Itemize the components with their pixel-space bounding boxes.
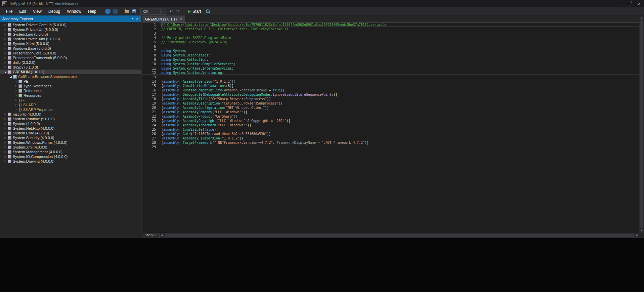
- expand-arrow-icon[interactable]: ▷: [3, 56, 7, 59]
- tab-close-icon[interactable]: ×: [180, 17, 182, 21]
- expand-arrow-icon[interactable]: ▷: [3, 66, 7, 69]
- tree-item[interactable]: ▷PresentationFramework (5.0.0.0): [0, 55, 141, 60]
- tree-item[interactable]: ▷PresentationCore (5.0.0.0): [0, 51, 141, 55]
- expand-arrow-icon[interactable]: ▷: [14, 103, 18, 106]
- tree-item[interactable]: ▷WindowsBase (5.0.0.0): [0, 46, 141, 51]
- tree-item[interactable]: ▷System.Xaml (5.0.0.0): [0, 41, 141, 46]
- tree-item[interactable]: ▷System.Windows.Forms (4.0.0.0): [0, 140, 141, 145]
- code-line[interactable]: 10using System.Runtime.CompilerServices;: [142, 62, 639, 66]
- code-line[interactable]: 18[assembly: AssemblyTitle("CefSharp.Bro…: [142, 97, 639, 101]
- expand-arrow-icon[interactable]: ▷: [14, 89, 18, 92]
- tree-item[interactable]: ▷Resources: [0, 93, 141, 98]
- line-number[interactable]: 26: [142, 132, 161, 136]
- line-number[interactable]: 27: [142, 136, 161, 140]
- code-line[interactable]: 19[assembly: AssemblyDescription("CefSha…: [142, 101, 639, 106]
- tree-item[interactable]: ▷Type References: [0, 84, 141, 88]
- expand-arrow-icon[interactable]: ▷: [3, 160, 7, 163]
- navigate-back-button[interactable]: ←: [105, 9, 111, 14]
- expand-arrow-icon[interactable]: ▷: [3, 151, 7, 153]
- tree-item[interactable]: ▷System.Private.Uri (5.0.0.0): [0, 27, 141, 32]
- tree-item[interactable]: ▷{}SHARP: [0, 102, 141, 107]
- code-line[interactable]: 12using System.Runtime.Versioning;: [142, 71, 639, 75]
- line-number[interactable]: 12: [142, 71, 161, 75]
- tree-item[interactable]: ▷System.Runtime (5.0.0.0): [0, 117, 141, 121]
- expand-arrow-icon[interactable]: ▷: [3, 118, 7, 120]
- expand-arrow-icon[interactable]: ▷: [3, 146, 7, 149]
- menu-item-help[interactable]: Help: [85, 9, 100, 14]
- code-line[interactable]: 8using System.Diagnostics;: [142, 53, 639, 57]
- line-number[interactable]: 2: [142, 27, 161, 31]
- tree-item[interactable]: ▷mscorlib (4.0.0.0): [0, 112, 141, 117]
- scroll-right-icon[interactable]: ▶: [635, 233, 639, 238]
- expand-arrow-icon[interactable]: ▷: [14, 108, 18, 111]
- language-combo[interactable]: C# ▾: [140, 8, 166, 15]
- expand-arrow-icon[interactable]: ▷: [3, 61, 7, 64]
- expand-arrow-icon[interactable]: ▷: [14, 80, 18, 83]
- line-number[interactable]: 10: [142, 62, 161, 66]
- code-line[interactable]: 22[assembly: AssemblyProduct("CefSharp")…: [142, 114, 639, 119]
- menu-item-file[interactable]: File: [3, 9, 16, 14]
- code-line[interactable]: 20[assembly: AssemblyConfiguration("NET …: [142, 106, 639, 110]
- pane-close-icon[interactable]: ×: [136, 17, 138, 21]
- line-number[interactable]: 16: [142, 88, 161, 92]
- tree-item[interactable]: ▷dnlib (3.3.2.0): [0, 60, 141, 65]
- navigate-forward-button[interactable]: →: [113, 9, 118, 14]
- code-line[interactable]: 13: [142, 75, 639, 79]
- save-all-button[interactable]: [131, 8, 138, 15]
- line-number[interactable]: 4: [142, 36, 161, 40]
- code-line[interactable]: 11using System.Runtime.InteropServices;: [142, 66, 639, 71]
- code-line[interactable]: 5// Timestamp: <Unknown> (867A1670): [142, 40, 639, 44]
- line-number[interactable]: 20: [142, 106, 161, 110]
- tree-item[interactable]: ▷System.IO.Compression (4.0.0.0): [0, 154, 141, 159]
- code-line[interactable]: 1// C:\Users\Administrator\Desktop\Sandb…: [142, 23, 639, 27]
- search-button[interactable]: [204, 8, 211, 15]
- tree-item[interactable]: ▷System.Linq (5.0.0.0): [0, 32, 141, 37]
- code-line[interactable]: 9using System.Reflection;: [142, 57, 639, 62]
- code-line[interactable]: 23[assembly: AssemblyCopyright("LLC 'Win…: [142, 119, 639, 123]
- line-number[interactable]: 18: [142, 97, 161, 101]
- line-number[interactable]: 3: [142, 31, 161, 36]
- assembly-tree[interactable]: ▷System.Private.CoreLib (5.0.0.0)▷System…: [0, 22, 141, 164]
- code-line[interactable]: 28[assembly: TargetFramework(".NETFramew…: [142, 140, 639, 145]
- scroll-down-icon[interactable]: ▼: [639, 228, 644, 233]
- expand-arrow-icon[interactable]: ▷: [3, 132, 7, 134]
- tree-item[interactable]: ▷System.Core (4.0.0.0): [0, 131, 141, 135]
- code-line[interactable]: 6: [142, 44, 639, 49]
- tree-item[interactable]: ▷System.Private.Xml (5.0.0.0): [0, 37, 141, 41]
- line-number[interactable]: 13: [142, 75, 161, 79]
- expand-arrow-icon[interactable]: ▷: [14, 99, 18, 101]
- tree-item[interactable]: ▷System.Private.CoreLib (5.0.0.0): [0, 23, 141, 27]
- zoom-combo[interactable]: 100 % ▾: [142, 233, 160, 238]
- tree-item[interactable]: ▷System.Drawing (4.0.0.0): [0, 159, 141, 164]
- undo-button[interactable]: ↶: [168, 9, 175, 14]
- line-number[interactable]: 28: [142, 140, 161, 145]
- tab-gremlin[interactable]: GREMLIN (1.0.1.1) ×: [142, 15, 185, 23]
- assembly-explorer-header[interactable]: Assembly Explorer ▾ ×: [0, 15, 141, 22]
- scroll-up-icon[interactable]: ▲: [639, 15, 644, 20]
- code-line[interactable]: 4// Entry point: SHARP.Program.<Main>: [142, 36, 639, 40]
- line-number[interactable]: 22: [142, 114, 161, 119]
- tree-item[interactable]: ▷dnSpy (6.1.8.0): [0, 65, 141, 70]
- expand-arrow-icon[interactable]: ▷: [3, 24, 7, 26]
- code-line[interactable]: 15[assembly: CompilationRelaxations(8)]: [142, 84, 639, 88]
- horizontal-scrollbar[interactable]: ◀ ▶: [160, 233, 639, 238]
- expand-arrow-icon[interactable]: ▷: [3, 38, 7, 40]
- expand-arrow-icon[interactable]: ▷: [3, 52, 7, 54]
- code-line[interactable]: 3: [142, 31, 639, 36]
- code-line[interactable]: 25[assembly: ComVisible(false)]: [142, 127, 639, 132]
- expand-arrow-icon[interactable]: ▷: [3, 47, 7, 50]
- code-line[interactable]: 27[assembly: AssemblyFileVersion("1.0.1.…: [142, 136, 639, 140]
- code-editor[interactable]: 1// C:\Users\Administrator\Desktop\Sandb…: [142, 23, 639, 233]
- tree-item[interactable]: ▷System.Xml (4.0.0.0): [0, 145, 141, 150]
- redo-button[interactable]: ↷: [174, 9, 181, 14]
- code-line[interactable]: 16[assembly: RuntimeCompatibility(WrapNo…: [142, 88, 639, 92]
- line-number[interactable]: 6: [142, 44, 161, 49]
- menu-item-edit[interactable]: Edit: [16, 9, 30, 14]
- expand-arrow-icon[interactable]: ▷: [3, 42, 7, 45]
- line-number[interactable]: 1: [142, 23, 161, 27]
- horizontal-scroll-thumb[interactable]: [165, 234, 634, 237]
- expand-arrow-icon[interactable]: ▷: [3, 136, 7, 139]
- code-line[interactable]: 17[assembly: Debuggable(DebuggableAttrib…: [142, 92, 639, 97]
- expand-arrow-icon[interactable]: ▷: [14, 94, 18, 97]
- tree-item[interactable]: ▷{}SHARP.Properties: [0, 107, 141, 112]
